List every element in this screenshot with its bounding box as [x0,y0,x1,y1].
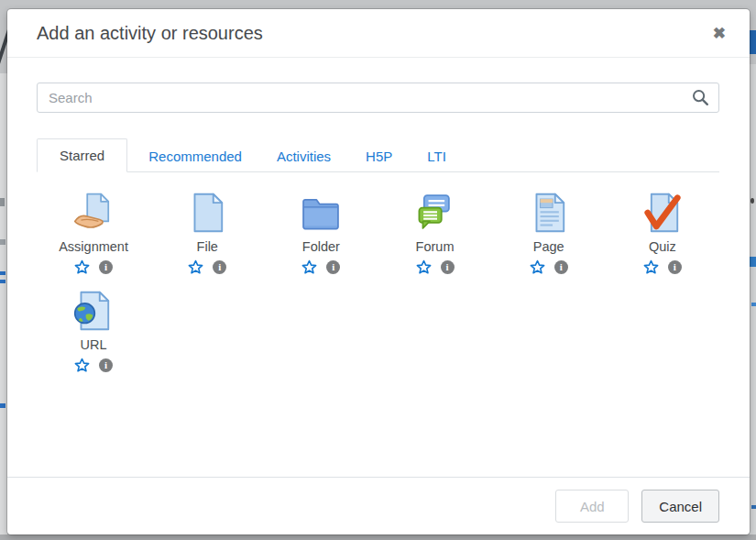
activity-label: Forum [416,238,455,255]
activity-item-assignment[interactable]: Assignment i [37,188,150,275]
info-icon[interactable]: i [99,358,113,372]
search-icon[interactable] [692,89,709,106]
activity-actions: i [74,357,113,373]
activity-actions: i [301,259,340,275]
activity-label: File [197,238,218,255]
background-fragment [751,303,756,306]
background-fragment [0,403,5,408]
activity-actions: i [416,259,455,275]
activity-grid: Assignment i File [37,172,719,384]
activity-actions: i [74,259,113,275]
backdrop-bottom-strip [0,534,756,540]
activity-label: Page [533,238,564,255]
modal-header: Add an activity or resources ✖ [7,9,750,58]
activity-item-folder[interactable]: Folder i [264,188,378,275]
background-fragment [750,257,756,267]
add-button[interactable]: Add [555,490,629,523]
backdrop-right-strip [750,64,756,534]
assignment-icon [72,188,115,234]
activity-label: Assignment [59,238,128,255]
tab-activities[interactable]: Activities [263,140,345,172]
background-fragment [0,280,5,283]
modal-body: Starred Recommended Activities H5P LTI A… [7,58,750,477]
star-icon[interactable] [301,259,317,275]
star-icon[interactable] [188,259,203,275]
info-icon[interactable]: i [441,260,455,274]
info-icon[interactable]: i [554,260,568,274]
url-icon [72,286,115,332]
search-input[interactable] [37,83,719,113]
file-icon [186,188,228,234]
page-icon [528,188,570,234]
search-bar [37,83,719,113]
tab-lti[interactable]: LTI [413,140,460,172]
modal-footer: Add Cancel [7,477,750,534]
star-icon[interactable] [74,358,90,373]
activity-actions: i [530,259,568,275]
modal-title: Add an activity or resources [37,23,711,44]
tab-recommended[interactable]: Recommended [135,140,256,172]
activity-item-forum[interactable]: Forum i [378,188,491,275]
info-icon[interactable]: i [213,260,226,274]
folder-icon [300,188,342,234]
star-icon[interactable] [74,259,90,275]
background-fragment [751,198,754,204]
activity-item-file[interactable]: File i [150,188,264,275]
backdrop-left-strip [0,73,7,534]
activity-label: Folder [302,238,340,255]
info-icon[interactable]: i [99,260,113,274]
tab-starred[interactable]: Starred [37,138,127,172]
tab-bar: Starred Recommended Activities H5P LTI [37,138,719,172]
star-icon[interactable] [643,259,659,275]
activity-item-url[interactable]: URL i [37,286,150,373]
add-activity-modal: Add an activity or resources ✖ Starred R… [7,9,750,534]
activity-item-page[interactable]: Page i [492,188,606,275]
background-fragment [0,271,5,275]
cancel-button[interactable]: Cancel [641,490,719,523]
background-fragment [751,505,756,509]
info-icon[interactable]: i [326,260,340,274]
star-icon[interactable] [416,259,432,275]
activity-actions: i [188,259,226,275]
close-icon[interactable]: ✖ [711,22,728,45]
star-icon[interactable] [530,259,545,275]
activity-label: URL [81,336,107,353]
activity-label: Quiz [649,238,676,255]
background-fragment [0,239,5,245]
info-icon[interactable]: i [668,260,682,274]
background-fragment [0,198,5,206]
tab-h5p[interactable]: H5P [352,140,406,172]
quiz-icon [641,188,684,234]
background-button-fragment [750,30,756,54]
activity-item-quiz[interactable]: Quiz i [606,188,719,275]
activity-actions: i [643,259,682,275]
forum-icon [414,188,456,234]
